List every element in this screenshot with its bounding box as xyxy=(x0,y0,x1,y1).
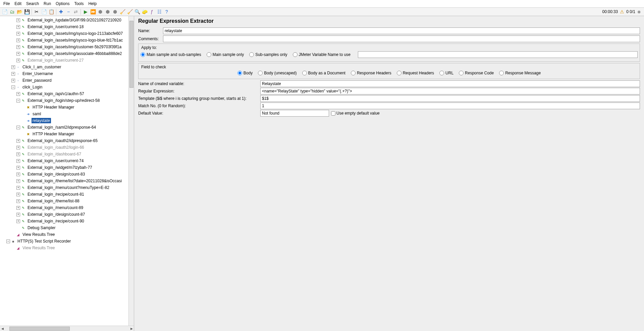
warning-icon[interactable]: ⚠ xyxy=(620,9,624,14)
expand-icon[interactable]: + xyxy=(16,25,20,29)
stop-icon[interactable]: ⬢ xyxy=(97,8,104,15)
tree-node-label[interactable]: External_login_/user/current-18 xyxy=(26,24,85,29)
name-input[interactable] xyxy=(163,27,640,34)
start-no-pause-icon[interactable]: ⏩ xyxy=(90,8,96,15)
tree-node[interactable]: −✎External_login_/login/step-up/redirect… xyxy=(0,97,128,104)
expand-icon[interactable]: + xyxy=(16,213,20,216)
tree-node[interactable]: +✎External_login_/user/current-27 xyxy=(0,57,128,64)
tree-node[interactable]: +✎External_login_/oauth2/login-66 xyxy=(0,144,128,151)
tree-node[interactable]: +✎External_login_/user/current-74 xyxy=(0,157,128,164)
tree-node[interactable]: +✎External_login_/update/3/GIF/99.0/2021… xyxy=(0,17,128,23)
apply-to-sub[interactable]: Sub-samples only xyxy=(249,52,287,57)
tree-node[interactable]: ✖HTTP Header Manager xyxy=(0,131,128,137)
tree-node[interactable]: ➜relaystate xyxy=(0,117,128,124)
tree-node-label[interactable]: External_login_/theme/list-88 xyxy=(26,198,80,204)
tree-node[interactable]: +✎External_login_/menu/count?menuType=E-… xyxy=(0,184,128,191)
cut-icon[interactable]: ✂ xyxy=(33,8,40,15)
clear-icon[interactable]: 🧹 xyxy=(119,8,126,15)
scrollbar-thumb[interactable] xyxy=(9,327,70,331)
field-response-message[interactable]: Response Message xyxy=(499,71,541,75)
expand-icon[interactable]: + xyxy=(16,219,20,223)
expand-icon[interactable]: + xyxy=(16,146,20,149)
tree-node-label[interactable]: View Results Tree xyxy=(21,245,56,251)
tree-node[interactable]: +✎External_login_/assets/img/sysco-logo-… xyxy=(0,30,128,37)
function-helper-icon[interactable]: ƒ xyxy=(149,8,155,15)
menu-run[interactable]: Run xyxy=(42,1,53,7)
shutdown-icon[interactable]: ⬢ xyxy=(104,8,111,15)
tree-node-label[interactable]: External_login_/menu/count?menuType=E-82 xyxy=(26,185,110,190)
collapse-icon[interactable]: − xyxy=(11,85,15,89)
field-url[interactable]: URL xyxy=(439,71,453,75)
reset-search-icon[interactable]: 🧽 xyxy=(141,8,148,15)
tree-node-label[interactable]: External_login_/assets/img/sysco-logo-bl… xyxy=(26,38,124,43)
tree-node[interactable]: −■HTTP(S) Test Script Recorder xyxy=(0,238,128,245)
clear-all-icon[interactable]: 🧹 xyxy=(126,8,133,15)
search-icon[interactable]: 🔍 xyxy=(134,8,141,15)
tree-node-label[interactable]: HTTP Header Manager xyxy=(32,105,75,110)
tree-node[interactable]: +✎External_login_/assets/img/associate-4… xyxy=(0,50,128,57)
comments-input[interactable] xyxy=(163,36,640,42)
tree-node-label[interactable]: External_login_/oauth2/idpresponse-65 xyxy=(26,138,99,143)
tree-node-label[interactable]: External_login_/assets/img/customer-5b29… xyxy=(26,44,122,50)
tree-node-label[interactable]: click_Login xyxy=(21,84,43,90)
templates-icon[interactable]: 🗂 xyxy=(9,8,15,15)
tree-node[interactable]: +✎External_login_/dashboard-67 xyxy=(0,151,128,157)
tree-node[interactable]: +✎External_login_/api/v1/authn-57 xyxy=(0,90,128,97)
tree-node-label[interactable]: HTTP(S) Test Script Recorder xyxy=(16,239,72,244)
paste-icon[interactable]: 📋 xyxy=(48,8,55,15)
tree-node[interactable]: +✎External_login_/recipe/count-81 xyxy=(0,191,128,198)
options-icon[interactable]: ☷ xyxy=(156,8,163,15)
expand-icon[interactable]: + xyxy=(16,206,20,210)
tree-node[interactable]: ✖HTTP Header Manager xyxy=(0,104,128,111)
expand-icon[interactable]: + xyxy=(16,32,20,36)
tree-node[interactable]: +✎External_login_/assets/img/sysco-logo-… xyxy=(0,37,128,44)
apply-to-main[interactable]: Main sample only xyxy=(207,52,244,57)
stop-remote-icon[interactable]: ⬢ xyxy=(112,8,118,15)
new-icon[interactable]: 📄 xyxy=(1,8,8,15)
expand-icon[interactable]: + xyxy=(16,193,20,196)
empty-default-checkbox[interactable]: Use empty default value xyxy=(331,111,380,116)
apply-to-main-sub[interactable]: Main sample and sub-samples xyxy=(141,52,201,57)
tree-node-label[interactable]: External_login_/user/current-27 xyxy=(26,58,85,63)
tree-node-label[interactable]: HTTP Header Manager xyxy=(32,131,75,137)
tree-node-label[interactable]: External_login_/login/step-up/redirect-5… xyxy=(26,98,101,103)
field-body-unescaped[interactable]: Body (unescaped) xyxy=(258,71,297,75)
tree-node[interactable]: +✎External_login_/recipe/count-90 xyxy=(0,218,128,224)
copy-icon[interactable]: 📄 xyxy=(41,8,47,15)
matchno-input[interactable] xyxy=(260,103,640,109)
tree-node-label[interactable]: External_login_/update/3/GIF/99.0/202109… xyxy=(26,17,122,23)
tree-node[interactable]: +✎External_login_/theme/list?date=202110… xyxy=(0,178,128,184)
collapse-icon[interactable]: − xyxy=(65,8,72,15)
menu-tools[interactable]: Tools xyxy=(72,1,86,7)
tree-node-label[interactable]: External_login_/design/count-87 xyxy=(26,212,86,217)
tree-node[interactable]: +▫Click_I_am_customer xyxy=(0,64,128,70)
tree-node-label[interactable]: Enter_password xyxy=(21,78,53,83)
field-request-headers[interactable]: Request Headers xyxy=(397,71,434,75)
scrollbar-thumb[interactable] xyxy=(129,21,133,88)
expand-icon[interactable]: + xyxy=(16,52,20,56)
open-icon[interactable]: 📂 xyxy=(16,8,23,15)
tree-node-label[interactable]: External_login_/api/v1/authn-57 xyxy=(26,91,85,96)
tree-node[interactable]: +✎External_login_/assets/img/customer-5b… xyxy=(0,44,128,50)
expand-icon[interactable]: + xyxy=(16,92,20,96)
tree-node-label[interactable]: External_login_/assets/img/associate-46b… xyxy=(26,51,123,56)
menu-help[interactable]: Help xyxy=(86,1,99,7)
field-response-code[interactable]: Response Code xyxy=(459,71,494,75)
tree-node-label[interactable]: External_login_/saml2/idpresponse-64 xyxy=(26,125,97,130)
tree-node[interactable]: −✎External_login_/saml2/idpresponse-64 xyxy=(0,124,128,131)
test-plan-tree[interactable]: +✎External_login_/update/3/GIF/99.0/2021… xyxy=(0,16,128,326)
tree-node-label[interactable]: View Results Tree xyxy=(21,232,56,237)
tree-node[interactable]: +▫Enter_password xyxy=(0,77,128,84)
tree-node[interactable]: ➜saml xyxy=(0,111,128,117)
regex-input[interactable] xyxy=(260,88,640,94)
tree-node-label[interactable]: External_login_/oauth2/login-66 xyxy=(26,145,85,150)
tree-node[interactable]: +✎External_login_/oauth2/idpresponse-65 xyxy=(0,137,128,144)
expand-icon[interactable]: + xyxy=(16,199,20,203)
tree-node[interactable]: −▫click_Login xyxy=(0,84,128,90)
tree-node[interactable]: ◢View Results Tree xyxy=(0,245,128,251)
tree-horizontal-scrollbar[interactable]: ◀ ▶ xyxy=(0,326,134,331)
collapse-icon[interactable]: − xyxy=(16,99,20,103)
jmeter-variable-input[interactable] xyxy=(358,51,638,58)
tree-node-label[interactable]: External_login_/dashboard-67 xyxy=(26,151,82,157)
template-input[interactable] xyxy=(260,95,640,102)
